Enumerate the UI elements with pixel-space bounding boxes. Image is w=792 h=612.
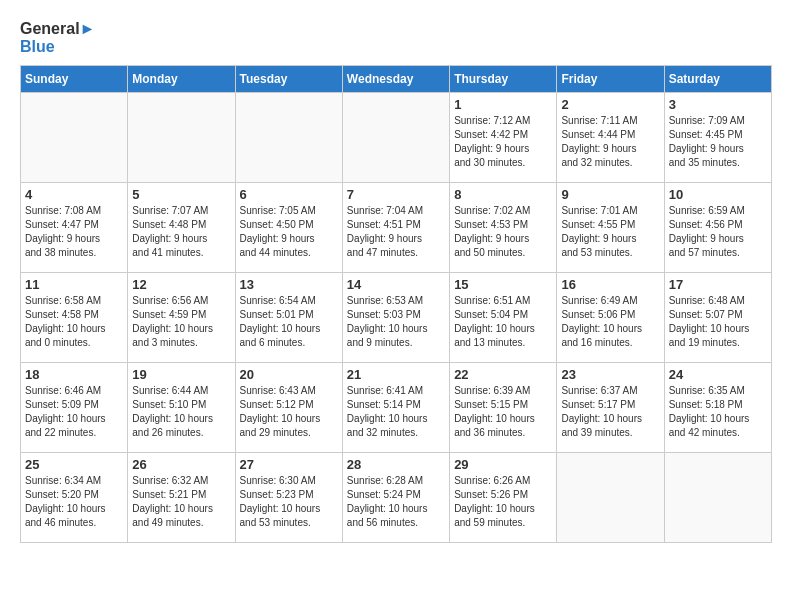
day-info: Sunrise: 7:04 AM Sunset: 4:51 PM Dayligh… — [347, 204, 445, 260]
logo-general: General► — [20, 20, 95, 38]
day-info: Sunrise: 6:53 AM Sunset: 5:03 PM Dayligh… — [347, 294, 445, 350]
day-info: Sunrise: 6:56 AM Sunset: 4:59 PM Dayligh… — [132, 294, 230, 350]
day-number: 29 — [454, 457, 552, 472]
calendar-cell: 26Sunrise: 6:32 AM Sunset: 5:21 PM Dayli… — [128, 453, 235, 543]
day-number: 11 — [25, 277, 123, 292]
day-header-thursday: Thursday — [450, 66, 557, 93]
day-number: 14 — [347, 277, 445, 292]
calendar-cell: 8Sunrise: 7:02 AM Sunset: 4:53 PM Daylig… — [450, 183, 557, 273]
day-info: Sunrise: 6:54 AM Sunset: 5:01 PM Dayligh… — [240, 294, 338, 350]
calendar-cell — [235, 93, 342, 183]
day-number: 17 — [669, 277, 767, 292]
day-info: Sunrise: 7:07 AM Sunset: 4:48 PM Dayligh… — [132, 204, 230, 260]
calendar-cell: 28Sunrise: 6:28 AM Sunset: 5:24 PM Dayli… — [342, 453, 449, 543]
day-number: 10 — [669, 187, 767, 202]
day-info: Sunrise: 6:43 AM Sunset: 5:12 PM Dayligh… — [240, 384, 338, 440]
day-info: Sunrise: 6:32 AM Sunset: 5:21 PM Dayligh… — [132, 474, 230, 530]
day-number: 16 — [561, 277, 659, 292]
day-number: 3 — [669, 97, 767, 112]
calendar-cell: 21Sunrise: 6:41 AM Sunset: 5:14 PM Dayli… — [342, 363, 449, 453]
page-header: General► Blue — [20, 20, 772, 55]
day-number: 4 — [25, 187, 123, 202]
day-header-monday: Monday — [128, 66, 235, 93]
calendar-cell: 27Sunrise: 6:30 AM Sunset: 5:23 PM Dayli… — [235, 453, 342, 543]
day-info: Sunrise: 6:44 AM Sunset: 5:10 PM Dayligh… — [132, 384, 230, 440]
day-info: Sunrise: 6:58 AM Sunset: 4:58 PM Dayligh… — [25, 294, 123, 350]
day-info: Sunrise: 7:05 AM Sunset: 4:50 PM Dayligh… — [240, 204, 338, 260]
day-number: 7 — [347, 187, 445, 202]
calendar-cell — [21, 93, 128, 183]
calendar-cell: 20Sunrise: 6:43 AM Sunset: 5:12 PM Dayli… — [235, 363, 342, 453]
calendar-cell: 16Sunrise: 6:49 AM Sunset: 5:06 PM Dayli… — [557, 273, 664, 363]
calendar-cell: 12Sunrise: 6:56 AM Sunset: 4:59 PM Dayli… — [128, 273, 235, 363]
day-info: Sunrise: 7:12 AM Sunset: 4:42 PM Dayligh… — [454, 114, 552, 170]
calendar-cell: 1Sunrise: 7:12 AM Sunset: 4:42 PM Daylig… — [450, 93, 557, 183]
day-number: 25 — [25, 457, 123, 472]
calendar-cell: 2Sunrise: 7:11 AM Sunset: 4:44 PM Daylig… — [557, 93, 664, 183]
calendar-cell: 3Sunrise: 7:09 AM Sunset: 4:45 PM Daylig… — [664, 93, 771, 183]
day-number: 1 — [454, 97, 552, 112]
calendar-cell: 4Sunrise: 7:08 AM Sunset: 4:47 PM Daylig… — [21, 183, 128, 273]
day-number: 26 — [132, 457, 230, 472]
day-number: 6 — [240, 187, 338, 202]
calendar-cell: 17Sunrise: 6:48 AM Sunset: 5:07 PM Dayli… — [664, 273, 771, 363]
day-header-sunday: Sunday — [21, 66, 128, 93]
day-info: Sunrise: 6:48 AM Sunset: 5:07 PM Dayligh… — [669, 294, 767, 350]
calendar-cell: 25Sunrise: 6:34 AM Sunset: 5:20 PM Dayli… — [21, 453, 128, 543]
day-info: Sunrise: 6:34 AM Sunset: 5:20 PM Dayligh… — [25, 474, 123, 530]
calendar-cell: 19Sunrise: 6:44 AM Sunset: 5:10 PM Dayli… — [128, 363, 235, 453]
calendar-cell — [664, 453, 771, 543]
calendar-week-2: 4Sunrise: 7:08 AM Sunset: 4:47 PM Daylig… — [21, 183, 772, 273]
day-info: Sunrise: 7:08 AM Sunset: 4:47 PM Dayligh… — [25, 204, 123, 260]
calendar-cell: 6Sunrise: 7:05 AM Sunset: 4:50 PM Daylig… — [235, 183, 342, 273]
calendar-cell: 10Sunrise: 6:59 AM Sunset: 4:56 PM Dayli… — [664, 183, 771, 273]
day-info: Sunrise: 7:02 AM Sunset: 4:53 PM Dayligh… — [454, 204, 552, 260]
calendar-cell: 23Sunrise: 6:37 AM Sunset: 5:17 PM Dayli… — [557, 363, 664, 453]
day-number: 8 — [454, 187, 552, 202]
day-number: 28 — [347, 457, 445, 472]
day-info: Sunrise: 7:01 AM Sunset: 4:55 PM Dayligh… — [561, 204, 659, 260]
calendar-header-row: SundayMondayTuesdayWednesdayThursdayFrid… — [21, 66, 772, 93]
calendar-cell: 9Sunrise: 7:01 AM Sunset: 4:55 PM Daylig… — [557, 183, 664, 273]
day-info: Sunrise: 6:26 AM Sunset: 5:26 PM Dayligh… — [454, 474, 552, 530]
day-number: 15 — [454, 277, 552, 292]
day-number: 9 — [561, 187, 659, 202]
day-info: Sunrise: 6:41 AM Sunset: 5:14 PM Dayligh… — [347, 384, 445, 440]
calendar-week-4: 18Sunrise: 6:46 AM Sunset: 5:09 PM Dayli… — [21, 363, 772, 453]
day-info: Sunrise: 6:51 AM Sunset: 5:04 PM Dayligh… — [454, 294, 552, 350]
calendar-table: SundayMondayTuesdayWednesdayThursdayFrid… — [20, 65, 772, 543]
day-info: Sunrise: 6:35 AM Sunset: 5:18 PM Dayligh… — [669, 384, 767, 440]
day-info: Sunrise: 7:09 AM Sunset: 4:45 PM Dayligh… — [669, 114, 767, 170]
day-number: 27 — [240, 457, 338, 472]
calendar-week-1: 1Sunrise: 7:12 AM Sunset: 4:42 PM Daylig… — [21, 93, 772, 183]
day-number: 23 — [561, 367, 659, 382]
calendar-cell — [128, 93, 235, 183]
calendar-cell: 15Sunrise: 6:51 AM Sunset: 5:04 PM Dayli… — [450, 273, 557, 363]
calendar-cell: 18Sunrise: 6:46 AM Sunset: 5:09 PM Dayli… — [21, 363, 128, 453]
day-number: 12 — [132, 277, 230, 292]
calendar-cell: 11Sunrise: 6:58 AM Sunset: 4:58 PM Dayli… — [21, 273, 128, 363]
calendar-cell — [342, 93, 449, 183]
calendar-cell: 7Sunrise: 7:04 AM Sunset: 4:51 PM Daylig… — [342, 183, 449, 273]
day-number: 22 — [454, 367, 552, 382]
day-number: 21 — [347, 367, 445, 382]
day-info: Sunrise: 6:49 AM Sunset: 5:06 PM Dayligh… — [561, 294, 659, 350]
day-header-tuesday: Tuesday — [235, 66, 342, 93]
calendar-cell: 22Sunrise: 6:39 AM Sunset: 5:15 PM Dayli… — [450, 363, 557, 453]
day-info: Sunrise: 6:46 AM Sunset: 5:09 PM Dayligh… — [25, 384, 123, 440]
day-header-wednesday: Wednesday — [342, 66, 449, 93]
calendar-cell: 5Sunrise: 7:07 AM Sunset: 4:48 PM Daylig… — [128, 183, 235, 273]
calendar-cell: 24Sunrise: 6:35 AM Sunset: 5:18 PM Dayli… — [664, 363, 771, 453]
calendar-cell: 14Sunrise: 6:53 AM Sunset: 5:03 PM Dayli… — [342, 273, 449, 363]
day-number: 13 — [240, 277, 338, 292]
day-number: 18 — [25, 367, 123, 382]
day-number: 20 — [240, 367, 338, 382]
day-number: 2 — [561, 97, 659, 112]
day-header-friday: Friday — [557, 66, 664, 93]
calendar-cell — [557, 453, 664, 543]
day-info: Sunrise: 6:59 AM Sunset: 4:56 PM Dayligh… — [669, 204, 767, 260]
logo-blue: Blue — [20, 38, 95, 56]
logo: General► Blue — [20, 20, 95, 55]
day-number: 19 — [132, 367, 230, 382]
day-number: 24 — [669, 367, 767, 382]
